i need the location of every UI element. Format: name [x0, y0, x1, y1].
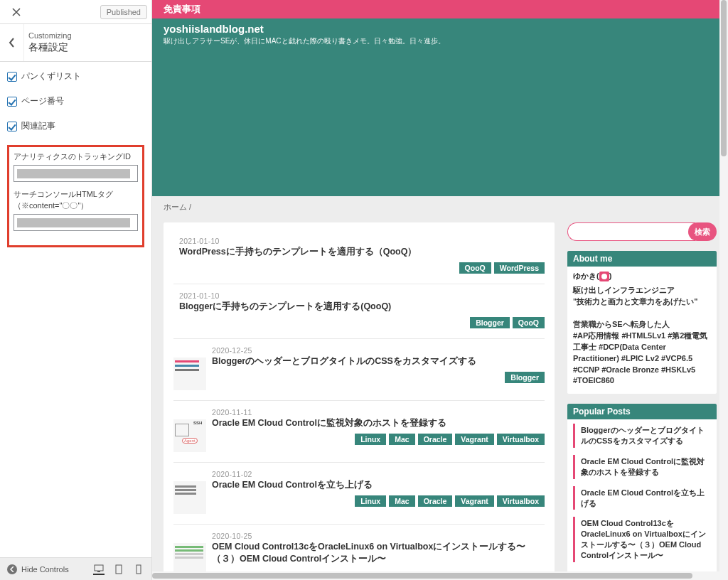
post-date: 2020-12-25 — [212, 346, 545, 355]
post-item[interactable]: 2021-01-10Bloggerに手持ちのテンプレートを適用する(QooQ)B… — [173, 284, 545, 339]
tag[interactable]: Linux — [355, 434, 386, 445]
search-input[interactable] — [567, 222, 695, 241]
search-button[interactable]: 検索 — [688, 222, 717, 241]
highlighted-settings: アナリティクスのトラッキングID サーチコンソールHTMLタグ（※content… — [7, 145, 144, 247]
popular-posts-widget: Popular Posts BloggerのヘッダーとブログタイトルのCSSをカ… — [567, 404, 717, 576]
svg-rect-1 — [97, 571, 100, 572]
tag[interactable]: Linux — [355, 495, 386, 507]
post-item[interactable]: 2020-11-02Oracle EM Cloud Controlを立ち上げるL… — [173, 463, 545, 525]
svg-rect-2 — [116, 565, 122, 574]
device-tablet-icon[interactable] — [113, 564, 124, 575]
post-date: 2021-01-10 — [179, 291, 545, 300]
about-heading: About me — [567, 251, 717, 267]
back-button[interactable] — [0, 24, 24, 61]
post-thumbnail — [173, 481, 206, 514]
post-date: 2020-11-11 — [212, 408, 545, 417]
checkbox-label: ページ番号 — [21, 95, 64, 107]
analytics-id-input[interactable] — [14, 165, 138, 182]
tag[interactable]: Virtualbox — [497, 434, 545, 445]
hide-controls-label: Hide Controls — [21, 565, 69, 574]
author-avatar-icon — [599, 272, 609, 281]
post-title[interactable]: Oracle EM Cloud Controlを立ち上げる — [212, 479, 545, 491]
analytics-id-label: アナリティクスのトラッキングID — [14, 151, 138, 162]
sidebar: 検索 About me ゆかき() 駆け出しインフラエンジニア"技術力と画力と文… — [567, 222, 717, 580]
popular-list: BloggerのヘッダーとブログタイトルのCSSをカスタマイズするOracle … — [573, 424, 711, 562]
device-mobile-icon[interactable] — [133, 564, 144, 575]
device-desktop-icon[interactable] — [93, 564, 105, 575]
post-title[interactable]: Bloggerに手持ちのテンプレートを適用する(QooQ) — [179, 301, 545, 313]
tag[interactable]: QooQ — [459, 262, 491, 274]
post-title[interactable]: BloggerのヘッダーとブログタイトルのCSSをカスタマイズする — [212, 355, 545, 367]
popular-item[interactable]: OEM Cloud Control13cをOracleLinux6 on Vir… — [573, 517, 711, 562]
checkbox-label: 関連記事 — [21, 120, 55, 132]
post-date: 2021-01-10 — [179, 237, 545, 245]
about-widget: About me ゆかき() 駆け出しインフラエンジニア"技術力と画力と文章力を… — [567, 251, 717, 394]
tag-row: BloggerQooQ — [179, 317, 545, 328]
post-title[interactable]: WordPressに手持ちのテンプレートを適用する（QooQ） — [179, 246, 545, 258]
popular-item[interactable]: Oracle EM Cloud Controlに監視対象のホストを登録する — [573, 455, 711, 479]
post-thumbnail — [173, 358, 206, 390]
hide-controls-button[interactable]: Hide Controls — [7, 564, 69, 574]
close-button[interactable] — [4, 0, 28, 24]
breadcrumb[interactable]: ホーム / — [152, 196, 728, 213]
post-title[interactable]: Oracle EM Cloud Controlに監視対象のホストを登録する — [212, 417, 545, 429]
checkbox-page-number[interactable]: ページ番号 — [7, 95, 144, 107]
post-title[interactable]: OEM Cloud Control13cをOracleLinux6 on Vir… — [212, 541, 545, 565]
horizontal-scrollbar[interactable] — [152, 571, 719, 580]
tag[interactable]: Mac — [389, 495, 414, 507]
author-name: ゆかき() — [573, 271, 711, 282]
search-console-label: サーチコンソールHTMLタグ（※content="〇〇"） — [14, 189, 138, 211]
checkbox-breadcrumb[interactable]: パンくずリスト — [7, 70, 144, 82]
tag[interactable]: Mac — [389, 434, 414, 445]
tag[interactable]: Virtualbox — [497, 495, 545, 507]
section-title: 各種設定 — [28, 41, 144, 54]
tag[interactable]: Blogger — [505, 372, 545, 383]
checkbox-icon — [7, 122, 17, 131]
tag[interactable]: Oracle — [418, 495, 453, 507]
customizing-label: Customizing — [28, 31, 144, 40]
checkbox-label: パンくずリスト — [21, 70, 81, 82]
about-text: 駆け出しインフラエンジニア"技術力と画力と文章力をあげたい"営業職からSEへ転身… — [573, 285, 711, 387]
tag-row: Blogger — [212, 372, 545, 383]
post-thumbnail: SSH — [173, 419, 206, 452]
post-thumbnail — [173, 543, 206, 576]
collapse-icon — [7, 564, 17, 574]
post-item[interactable]: 2021-01-10WordPressに手持ちのテンプレートを適用する（QooQ… — [173, 230, 545, 284]
post-list: 2021-01-10WordPressに手持ちのテンプレートを適用する（QooQ… — [164, 222, 555, 580]
tag-row: LinuxMacOracleVagrantVirtualbox — [212, 495, 545, 507]
search-form: 検索 — [567, 222, 717, 241]
svg-rect-3 — [136, 565, 141, 574]
checkbox-related-posts[interactable]: 関連記事 — [7, 120, 144, 132]
popular-heading: Popular Posts — [567, 404, 717, 419]
post-date: 2020-10-25 — [212, 532, 545, 540]
top-nav-bar[interactable]: 免責事項 — [152, 0, 728, 18]
tag[interactable]: Vagrant — [455, 434, 494, 445]
tag-row: QooQWordPress — [179, 262, 545, 274]
popular-item[interactable]: Oracle EM Cloud Controlを立ち上げる — [573, 486, 711, 510]
post-item[interactable]: 2020-12-25BloggerのヘッダーとブログタイトルのCSSをカスタマイ… — [173, 339, 545, 401]
close-icon — [12, 8, 21, 16]
publish-status-button[interactable]: Published — [100, 5, 147, 19]
vertical-scrollbar[interactable] — [719, 0, 728, 580]
post-date: 2020-11-02 — [212, 470, 545, 478]
svg-rect-0 — [95, 565, 103, 571]
checkbox-icon — [7, 97, 17, 107]
chevron-left-icon — [9, 38, 16, 48]
hero-header: yoshiislandblog.net 駆け出しアラサーSEが、休日にMACと戯… — [152, 18, 728, 196]
site-description: 駆け出しアラサーSEが、休日にMACと戯れた際の殴り書きメモ。日々勉強。日々進歩… — [164, 36, 717, 46]
tag[interactable]: Oracle — [418, 434, 453, 445]
preview-frame: 免責事項 yoshiislandblog.net 駆け出しアラサーSEが、休日に… — [152, 0, 728, 580]
checkbox-icon — [7, 72, 17, 82]
site-title[interactable]: yoshiislandblog.net — [164, 23, 717, 35]
search-console-input[interactable] — [14, 214, 138, 231]
popular-item[interactable]: BloggerのヘッダーとブログタイトルのCSSをカスタマイズする — [573, 424, 711, 448]
tag[interactable]: WordPress — [494, 262, 545, 274]
customizer-panel: Published Customizing 各種設定 パンくずリスト ページ番号… — [0, 0, 152, 580]
post-item[interactable]: SSH2020-11-11Oracle EM Cloud Controlに監視対… — [173, 401, 545, 463]
tag-row: LinuxMacOracleVagrantVirtualbox — [212, 434, 545, 445]
tag[interactable]: Blogger — [470, 317, 510, 328]
tag[interactable]: Vagrant — [455, 495, 494, 507]
tag[interactable]: QooQ — [513, 317, 545, 328]
